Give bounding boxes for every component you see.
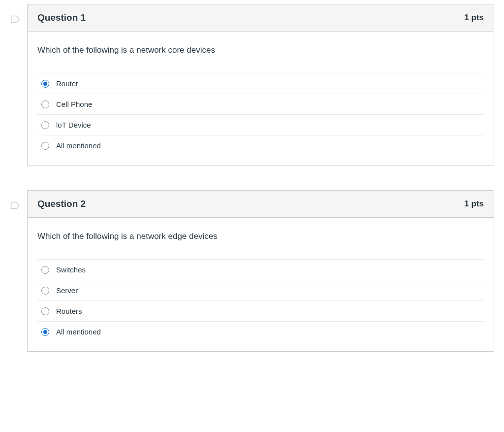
question-prompt: Which of the following is a network core… [37,45,484,55]
answer-option[interactable]: All mentioned [37,135,484,155]
question-header: Question 2 1 pts [28,191,494,218]
radio-icon [41,142,49,150]
bookmark-tag-icon [10,14,21,25]
question-body: Which of the following is a network core… [28,32,494,165]
answer-label: All mentioned [56,328,101,336]
answer-label: Server [56,286,78,295]
answer-label: Cell Phone [56,100,92,108]
question-block: Question 2 1 pts Which of the following … [27,190,494,352]
question-title: Question 1 [37,12,86,23]
answer-option[interactable]: Cell Phone [37,94,484,114]
radio-icon [41,100,49,108]
answer-label: loT Device [56,121,91,129]
question-points: 1 pts [464,199,484,209]
radio-icon [41,266,49,274]
answer-label: Switches [56,266,86,274]
question-block: Question 1 1 pts Which of the following … [27,4,494,166]
answer-option[interactable]: Router [37,73,484,94]
question-points: 1 pts [464,13,484,23]
question-header: Question 1 1 pts [28,4,494,32]
answer-option[interactable]: Server [37,280,484,300]
answer-label: All mentioned [56,141,101,150]
quiz-page: Question 1 1 pts Which of the following … [0,4,504,366]
question-prompt: Which of the following is a network edge… [37,232,484,241]
bookmark-tag-icon [10,200,21,211]
answer-label: Routers [56,307,82,315]
answer-label: Router [56,79,78,88]
radio-icon [41,80,49,88]
radio-icon [41,328,49,336]
radio-icon [41,307,49,315]
question-title: Question 2 [37,199,86,209]
answer-option[interactable]: loT Device [37,114,484,135]
answer-option[interactable]: Switches [37,259,484,280]
radio-icon [41,121,49,129]
radio-icon [41,287,49,295]
question-body: Which of the following is a network edge… [28,218,494,351]
answer-option[interactable]: Routers [37,300,484,321]
answer-option[interactable]: All mentioned [37,321,484,341]
